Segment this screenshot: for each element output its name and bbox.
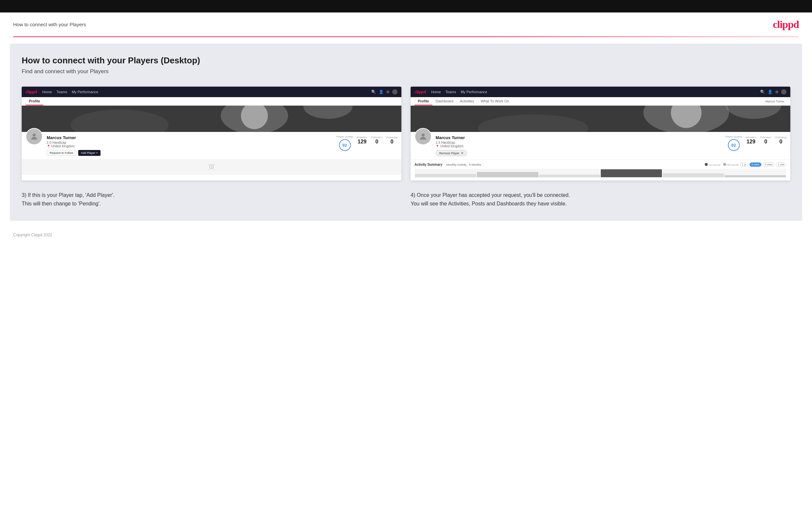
tab-activities-2[interactable]: Activities xyxy=(457,97,477,105)
description-text-2: 4) Once your Player has accepted your re… xyxy=(411,191,790,208)
description-block-1: 3) If this is your Player tap, 'Add Play… xyxy=(22,191,401,208)
player-handicap-1: 1-5 Handicap xyxy=(47,141,333,145)
profile-info-2: Marcus Turner 1-5 Handicap 📍 United King… xyxy=(411,132,790,160)
tab-profile-2[interactable]: Profile xyxy=(414,97,432,105)
following-stat-2: Following 0 xyxy=(775,136,786,145)
main-title: How to connect with your Players (Deskto… xyxy=(22,55,790,66)
app-logo-1: clippd xyxy=(26,89,37,95)
description-text-1: 3) If this is your Player tap, 'Add Play… xyxy=(22,191,401,208)
activity-summary-2: Activity Summary Monthly Activity · 6 Mo… xyxy=(411,160,790,180)
player-name-2: Marcus Turner xyxy=(436,135,722,140)
filter-6mths[interactable]: 6 mths xyxy=(750,162,761,167)
oncourse-label: On course xyxy=(709,163,721,166)
filter-1yr[interactable]: 1 yr xyxy=(740,162,748,167)
copyright-text: Copyright Clippd 2022 xyxy=(13,233,52,237)
activities-value-2: 129 xyxy=(746,139,756,145)
bar-3 xyxy=(539,175,600,177)
nav-links-1: Home Teams My Performance xyxy=(42,90,371,94)
tab-bar-1: Profile xyxy=(22,97,401,106)
svg-point-11 xyxy=(421,133,424,136)
bar-1 xyxy=(415,174,476,177)
activities-stat-1: Activities 129 xyxy=(357,136,367,145)
add-player-button[interactable]: Add Player + xyxy=(78,150,101,156)
tab-dashboard-2[interactable]: Dashboard xyxy=(432,97,457,105)
followers-value-1: 0 xyxy=(371,139,383,145)
player-handicap-2: 1-5 Handicap xyxy=(436,141,722,145)
screenshot-panel-2: clippd Home Teams My Performance 🔍 👤 ⚙ P… xyxy=(411,87,790,180)
settings-icon-1[interactable]: ⚙ xyxy=(386,90,390,94)
player-buttons-1: Request to Follow Add Player + xyxy=(47,150,333,156)
nav-home-2[interactable]: Home xyxy=(431,90,441,94)
stats-row-1: Activities 129 Followers 0 Following 0 xyxy=(357,136,398,145)
profile-banner-1 xyxy=(22,106,401,132)
footer: Copyright Clippd 2022 xyxy=(0,227,812,242)
avatar-icon-1[interactable] xyxy=(392,89,398,95)
nav-icons-1: 🔍 👤 ⚙ xyxy=(371,89,398,95)
nav-myperformance-1[interactable]: My Performance xyxy=(71,90,98,94)
profile-details-2: Marcus Turner 1-5 Handicap 📍 United King… xyxy=(436,135,722,156)
location-pin-icon-1: 📍 xyxy=(47,145,50,148)
remove-x-icon: ✕ xyxy=(461,151,463,155)
quality-label-1: Player Quality xyxy=(337,135,353,138)
quality-stat-1: Player Quality 92 xyxy=(337,135,353,151)
description-block-2: 4) Once your Player has accepted your re… xyxy=(411,191,790,208)
app-logo-2: clippd xyxy=(414,89,426,95)
location-text-2: United Kingdom xyxy=(440,145,463,148)
followers-value-2: 0 xyxy=(760,139,771,145)
activities-label-2: Activities xyxy=(746,136,756,139)
following-value-1: 0 xyxy=(386,139,398,145)
nav-teams-1[interactable]: Teams xyxy=(56,90,67,94)
player-location-2: 📍 United Kingdom xyxy=(436,145,722,148)
tab-profile-1[interactable]: Profile xyxy=(26,97,43,105)
remove-player-button[interactable]: Remove Player ✕ xyxy=(436,150,467,156)
header: How to connect with your Players clippd xyxy=(0,12,812,37)
app-navbar-1: clippd Home Teams My Performance 🔍 👤 ⚙ xyxy=(22,87,401,97)
screenshot-panel-1: clippd Home Teams My Performance 🔍 👤 ⚙ P… xyxy=(22,87,401,180)
tab-whattoon-2[interactable]: What To Work On xyxy=(477,97,512,105)
user-icon-1[interactable]: 👤 xyxy=(379,90,384,94)
nav-teams-2[interactable]: Teams xyxy=(445,90,456,94)
tab-items-2: Profile Dashboard Activities What To Wor… xyxy=(414,97,512,105)
followers-stat-1: Followers 0 xyxy=(371,136,383,145)
user-label-2: Marcus Turner xyxy=(765,100,784,103)
avatar-2 xyxy=(414,128,432,145)
profile-info-1: Marcus Turner 1-5 Handicap 📍 United King… xyxy=(22,132,401,159)
location-text-1: United Kingdom xyxy=(51,145,74,148)
main-subtitle: Find and connect with your Players xyxy=(22,68,790,75)
activity-period-2: Monthly Activity · 6 Months xyxy=(446,163,481,166)
legend-oncourse: On course xyxy=(705,163,720,166)
player-location-1: 📍 United Kingdom xyxy=(47,145,333,148)
search-icon-2[interactable]: 🔍 xyxy=(760,90,765,94)
avatar-svg-2 xyxy=(418,132,428,141)
filter-1mth[interactable]: 1 mth xyxy=(776,162,786,167)
top-bar xyxy=(0,0,812,12)
followers-stat-2: Followers 0 xyxy=(760,136,771,145)
filter-3mths[interactable]: 3 mths xyxy=(763,162,774,167)
activities-label-1: Activities xyxy=(357,136,367,139)
nav-myperformance-2[interactable]: My Performance xyxy=(461,90,487,94)
bar-4 xyxy=(601,169,662,177)
page-title: How to connect with your Players xyxy=(13,22,86,27)
descriptions-row: 3) If this is your Player tap, 'Add Play… xyxy=(22,191,790,208)
quality-label-2: Player Quality xyxy=(726,135,742,138)
request-follow-button[interactable]: Request to Follow xyxy=(47,150,76,156)
quality-stat-2: Player Quality 92 xyxy=(726,135,742,151)
profile-details-1: Marcus Turner 1-5 Handicap 📍 United King… xyxy=(47,135,333,156)
nav-links-2: Home Teams My Performance xyxy=(431,90,760,94)
bar-2 xyxy=(477,172,538,177)
search-icon-1[interactable]: 🔍 xyxy=(371,90,376,94)
settings-icon-2[interactable]: ⚙ xyxy=(775,90,778,94)
player-buttons-2: Remove Player ✕ xyxy=(436,150,722,156)
banner-svg-1 xyxy=(22,106,401,132)
profile-banner-2 xyxy=(411,106,790,132)
activities-value-1: 129 xyxy=(357,139,367,145)
user-icon-2[interactable]: 👤 xyxy=(768,90,773,94)
following-label-1: Following xyxy=(386,136,398,139)
quality-circle-2: 92 xyxy=(728,139,740,151)
avatar-icon-2[interactable] xyxy=(781,89,786,95)
scroll-icon-svg xyxy=(208,163,215,171)
nav-home-1[interactable]: Home xyxy=(42,90,52,94)
svg-point-5 xyxy=(33,133,36,136)
screenshots-row: clippd Home Teams My Performance 🔍 👤 ⚙ P… xyxy=(22,87,790,180)
activity-filters-2: On course Off course 1 yr 6 mths 3 mths … xyxy=(705,162,786,167)
